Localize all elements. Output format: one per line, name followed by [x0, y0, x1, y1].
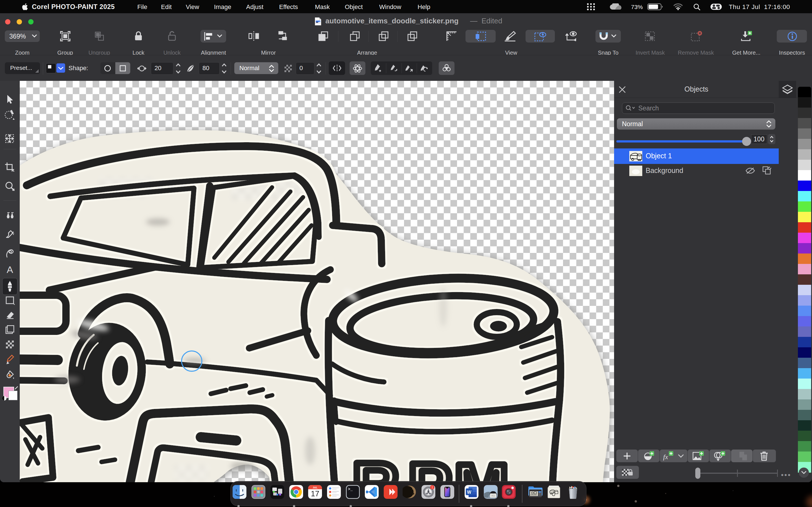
svg-text:W: W — [467, 490, 471, 495]
svg-text:R: R — [352, 449, 399, 482]
svg-text:17: 17 — [311, 490, 319, 498]
svg-text:P: P — [408, 450, 451, 482]
svg-text:>_: >_ — [348, 487, 353, 492]
svg-text:fx: fx — [663, 453, 668, 460]
svg-text:JUL: JUL — [313, 486, 318, 489]
svg-text:M: M — [455, 451, 509, 482]
svg-text:1: 1 — [432, 486, 433, 489]
svg-text:A: A — [7, 265, 13, 275]
